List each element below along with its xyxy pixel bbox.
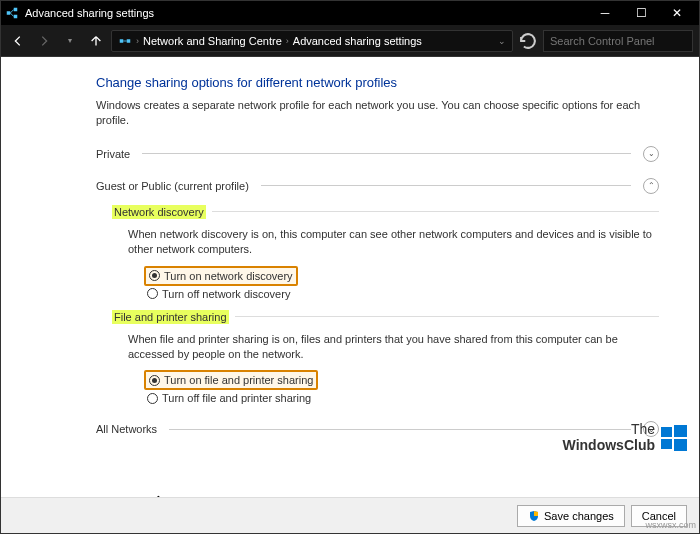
windows-logo-icon bbox=[661, 425, 687, 451]
svg-rect-10 bbox=[661, 439, 672, 449]
shield-icon bbox=[528, 510, 540, 522]
content-area: Change sharing options for different net… bbox=[1, 57, 699, 497]
svg-rect-1 bbox=[14, 8, 18, 12]
divider bbox=[235, 316, 659, 317]
section-network-discovery: Network discovery When network discovery… bbox=[112, 205, 659, 302]
radio-label: Turn on network discovery bbox=[164, 270, 293, 282]
watermark: The WindowsClub bbox=[563, 422, 687, 453]
profile-label: Private bbox=[96, 148, 130, 160]
up-button[interactable] bbox=[85, 30, 107, 52]
chevron-right-icon: › bbox=[136, 36, 139, 46]
radio-file-printer-on[interactable]: Turn on file and printer sharing bbox=[146, 372, 316, 388]
svg-rect-2 bbox=[14, 15, 18, 19]
save-changes-button[interactable]: Save changes bbox=[517, 505, 625, 527]
radio-label: Turn off network discovery bbox=[162, 288, 290, 300]
divider bbox=[261, 185, 631, 186]
recent-dropdown[interactable]: ▾ bbox=[59, 30, 81, 52]
radio-icon bbox=[149, 270, 160, 281]
source-mark: wsxwsx.com bbox=[645, 520, 696, 530]
chevron-down-icon[interactable]: ⌄ bbox=[498, 36, 506, 46]
chevron-right-icon: › bbox=[286, 36, 289, 46]
section-title-file-printer: File and printer sharing bbox=[112, 310, 229, 324]
profile-private[interactable]: Private ⌄ bbox=[96, 143, 659, 165]
radio-icon bbox=[149, 375, 160, 386]
svg-line-4 bbox=[10, 13, 14, 17]
maximize-button[interactable]: ☐ bbox=[623, 1, 659, 25]
divider bbox=[212, 211, 659, 212]
minimize-button[interactable]: ─ bbox=[587, 1, 623, 25]
section-title-network-discovery: Network discovery bbox=[112, 205, 206, 219]
radio-label: Turn off file and printer sharing bbox=[162, 392, 311, 404]
profile-guest-public[interactable]: Guest or Public (current profile) ⌃ bbox=[96, 175, 659, 197]
section-desc: When network discovery is on, this compu… bbox=[128, 227, 659, 258]
breadcrumb[interactable]: › Network and Sharing Centre › Advanced … bbox=[111, 30, 513, 52]
navbar: ▾ › Network and Sharing Centre › Advance… bbox=[1, 25, 699, 57]
window: Advanced sharing settings ─ ☐ ✕ ▾ › Netw… bbox=[0, 0, 700, 534]
search-input[interactable] bbox=[543, 30, 693, 52]
radio-network-discovery-on[interactable]: Turn on network discovery bbox=[146, 268, 296, 284]
button-label: Save changes bbox=[544, 510, 614, 522]
app-icon bbox=[5, 6, 19, 20]
profile-label: All Networks bbox=[96, 423, 157, 435]
watermark-line2: WindowsClub bbox=[563, 438, 655, 453]
page-heading: Change sharing options for different net… bbox=[96, 75, 659, 90]
svg-rect-11 bbox=[674, 439, 687, 451]
section-file-printer-sharing: File and printer sharing When file and p… bbox=[112, 310, 659, 407]
window-title: Advanced sharing settings bbox=[25, 7, 587, 19]
cursor-icon bbox=[157, 495, 173, 497]
network-center-icon bbox=[118, 34, 132, 48]
radio-icon bbox=[147, 288, 158, 299]
svg-line-3 bbox=[10, 10, 14, 14]
profile-label: Guest or Public (current profile) bbox=[96, 180, 249, 192]
radio-icon bbox=[147, 393, 158, 404]
close-button[interactable]: ✕ bbox=[659, 1, 695, 25]
back-button[interactable] bbox=[7, 30, 29, 52]
chevron-up-icon: ⌃ bbox=[643, 178, 659, 194]
svg-rect-5 bbox=[120, 39, 124, 43]
svg-rect-9 bbox=[674, 425, 687, 437]
radio-label: Turn on file and printer sharing bbox=[164, 374, 313, 386]
forward-button[interactable] bbox=[33, 30, 55, 52]
watermark-line1: The bbox=[563, 422, 655, 437]
svg-rect-6 bbox=[127, 39, 131, 43]
breadcrumb-advanced-sharing[interactable]: Advanced sharing settings bbox=[293, 35, 422, 47]
divider bbox=[142, 153, 631, 154]
refresh-button[interactable] bbox=[517, 30, 539, 52]
radio-file-printer-off[interactable]: Turn off file and printer sharing bbox=[144, 390, 659, 406]
svg-rect-0 bbox=[7, 11, 11, 15]
section-desc: When file and printer sharing is on, fil… bbox=[128, 332, 659, 363]
radio-network-discovery-off[interactable]: Turn off network discovery bbox=[144, 286, 659, 302]
breadcrumb-network-center[interactable]: Network and Sharing Centre bbox=[143, 35, 282, 47]
page-subtext: Windows creates a separate network profi… bbox=[96, 98, 659, 129]
titlebar: Advanced sharing settings ─ ☐ ✕ bbox=[1, 1, 699, 25]
footer: Save changes Cancel bbox=[1, 497, 699, 533]
chevron-down-icon: ⌄ bbox=[643, 146, 659, 162]
svg-rect-8 bbox=[661, 427, 672, 437]
